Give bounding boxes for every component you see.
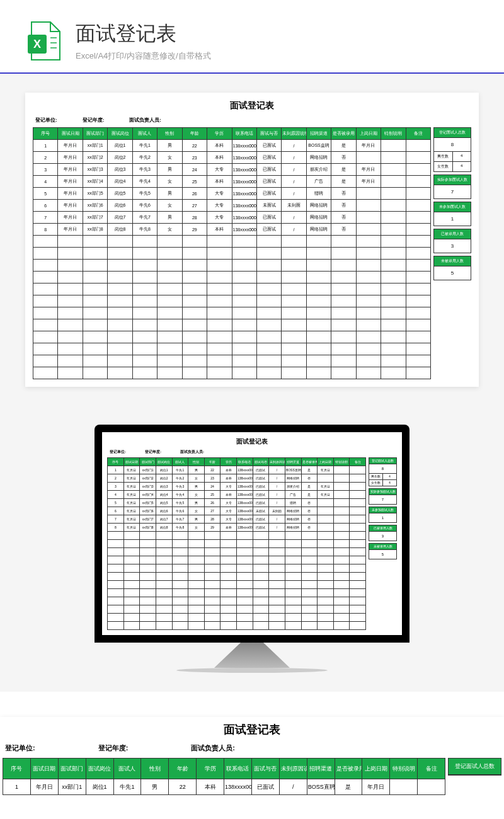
table-row-empty [108,605,366,614]
table-row: 7年月日xx部门7岗位7牛先7男28大专138xxxx0006已面试/网络招聘否 [108,515,366,524]
sheet-title: 面试登记表 [3,722,501,737]
col-header: 特别说明 [390,759,418,779]
excel-icon: X [25,19,63,63]
col-header: 面试与否 [256,128,281,140]
sheet-title: 面试登记表 [107,437,397,446]
col-header: 上岗日期 [356,128,381,140]
table-row-empty [108,589,366,597]
monitor-base [176,668,328,673]
col-header: 上岗日期 [362,759,390,779]
meta-row: 登记单位:登记年度:面试负责人员: [3,743,501,753]
table-row-empty [108,556,366,564]
table-row-empty [33,272,431,284]
page-title: 面试登记表 [76,20,211,48]
col-header: 年龄 [169,759,197,779]
table-row-empty [33,236,431,248]
summary-sidebar: 登记面试人总数8男生数4女生数4实际参加面试人数7未参加面试人数1已被录用人数3… [369,457,397,630]
table-row: 5年月日xx部门5岗位5牛先5男26大专138xxxx0004已面试/猎聘否 [33,188,431,200]
col-header: 面试日期 [30,759,58,779]
table-row-empty [33,355,431,367]
col-header: 面试人 [113,759,141,779]
table-row: 6年月日xx部门6岗位6牛先6女27大专138xxxx0005未面试未到面网络招… [33,200,431,212]
table-row: 2年月日xx部门2岗位2牛先2女23本科138xxxx0001已面试/网络招聘否 [108,474,366,483]
col-header: 年龄 [204,458,220,466]
monitor-frame: 面试登记表登记单位:登记年度:面试负责人员:序号面试日期面试部门面试岗位面试人性… [94,425,410,643]
table-row: 6年月日xx部门6岗位6牛先6女27大专138xxxx0005未面试未到面网络招… [108,507,366,515]
col-header: 是否被录用 [335,759,362,779]
col-header: 序号 [3,759,31,779]
table-row: 4年月日xx部门4岗位4牛先4女25本科138xxxx0003已面试/广告是年月… [108,491,366,499]
table-row-empty [108,573,366,581]
meta-row: 登记单位:登记年度:面试负责人员: [107,449,397,455]
col-header: 面试部门 [83,128,107,140]
col-header: 序号 [33,128,58,140]
col-header: 上岗日期 [318,458,334,466]
col-header: 面试人 [132,128,157,140]
table-row: 1年月日xx部门1岗位1牛先1男22本科138xxxx0000已面试/BOSS直… [3,779,445,795]
sheet-preview-flat: 面试登记表登记单位:登记年度:面试负责人员:序号面试日期面试部门面试岗位面试人性… [25,93,479,387]
col-header: 面试岗位 [156,458,172,466]
col-header: 面试与否 [251,759,279,779]
table-row-empty [33,295,431,307]
table-row-empty [108,548,366,556]
col-header: 面试部门 [140,458,156,466]
interview-table: 序号面试日期面试部门面试岗位面试人性别年龄学历联系电话面试与否未到原因说明招聘渠… [107,457,366,630]
sheet-preview-closeup: 面试登记表登记单位:登记年度:面试负责人员:序号面试日期面试部门面试岗位面试人性… [0,717,504,800]
table-row: 8年月日xx部门8岗位8牛先8女29本科138xxxx0007已面试/网络招聘否 [108,524,366,532]
meta-row: 登记单位:登记年度:面试负责人员: [33,117,471,123]
col-header: 面试人 [172,458,188,466]
table-row-empty [108,532,366,540]
table-row-empty [108,564,366,573]
table-row: 8年月日xx部门8岗位8牛先8女29本科138xxxx0007已面试/网络招聘否 [33,224,431,236]
col-header: 联系电话 [232,128,256,140]
col-header: 面试日期 [123,458,140,466]
col-header: 招聘渠道 [306,128,331,140]
table-row: 7年月日xx部门7岗位7牛先7男28大专138xxxx0006已面试/网络招聘否 [33,212,431,224]
table-row-empty [33,331,431,343]
col-header: 年龄 [182,128,207,140]
svg-text:X: X [33,38,41,50]
col-header: 未到原因说明 [279,759,307,779]
table-row: 4年月日xx部门4岗位4牛先4女25本科138xxxx0003已面试/广告是年月… [33,176,431,188]
col-header: 特别说明 [381,128,406,140]
col-header: 序号 [108,458,124,466]
col-header: 性别 [158,128,182,140]
col-header: 招聘渠道 [307,759,335,779]
col-header: 面试岗位 [108,128,132,140]
table-row: 5年月日xx部门5岗位5牛先5男26大专138xxxx0004已面试/猎聘否 [108,499,366,507]
table-row-empty [108,597,366,605]
col-header: 性别 [141,759,169,779]
col-header: 未到原因说明 [282,128,306,140]
table-row-empty [33,248,431,260]
table-row-empty [33,319,431,331]
table-row-empty [33,284,431,295]
table-row-empty [108,581,366,589]
table-row-empty [108,622,366,630]
col-header: 性别 [188,458,205,466]
col-header: 备注 [406,128,430,140]
col-header: 未到原因说明 [269,458,285,466]
table-row: 2年月日xx部门2岗位2牛先2女23本科138xxxx0001已面试/网络招聘否 [33,152,431,164]
col-header: 招聘渠道 [285,458,301,466]
col-header: 面试与否 [253,458,269,466]
interview-table: 序号面试日期面试部门面试岗位面试人性别年龄学历联系电话面试与否未到原因说明招聘渠… [33,127,431,379]
col-header: 是否被录用 [301,458,318,466]
sheet-title: 面试登记表 [33,100,471,112]
summary-sidebar: 登记面试人总数8男生数4女生数4实际参加面试人数7未参加面试人数1已被录用人数3… [433,127,471,379]
col-header: 备注 [350,458,366,466]
table-row-empty [108,614,366,622]
table-row-empty [33,367,431,379]
col-header: 联系电话 [224,759,252,779]
table-row: 3年月日xx部门3岗位3牛先3男24大专138xxxx0002已面试/朋友介绍是… [108,483,366,491]
col-header: 学历 [207,128,232,140]
col-header: 备注 [418,759,445,779]
page-subtitle: Excel/A4打印/内容随意修改/自带格式 [76,50,211,62]
col-header: 联系电话 [237,458,253,466]
table-row-empty [33,343,431,355]
table-row: 1年月日xx部门1岗位1牛先1男22本科138xxxx0000已面试/BOSS直… [33,140,431,152]
interview-table: 序号面试日期面试部门面试岗位面试人性别年龄学历联系电话面试与否未到原因说明招聘渠… [3,758,445,795]
col-header: 是否被录用 [331,128,356,140]
col-header: 学历 [220,458,237,466]
table-row: 1年月日xx部门1岗位1牛先1男22本科138xxxx0000已面试/BOSS直… [108,466,366,474]
col-header: 面试日期 [58,128,83,140]
